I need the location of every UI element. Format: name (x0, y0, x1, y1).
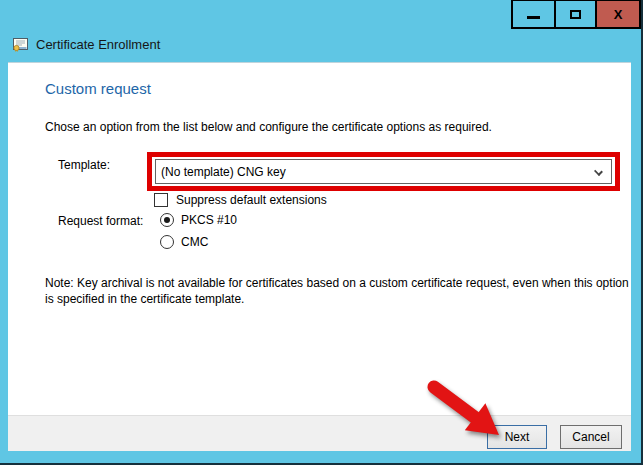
suppress-extensions-label: Suppress default extensions (176, 193, 327, 207)
window-controls: X (511, 0, 641, 29)
titlebar: Certificate Enrollment (12, 36, 160, 53)
maximize-icon (570, 10, 581, 19)
template-dropdown[interactable]: (No template) CNG key (155, 159, 612, 184)
radio-row-cmc: CMC (160, 235, 208, 249)
cmc-radio[interactable] (160, 235, 174, 249)
pkcs10-radio[interactable] (160, 213, 174, 227)
next-button[interactable]: Next (487, 425, 547, 449)
note-text: Note: Key archival is not available for … (45, 275, 629, 307)
certificate-icon (12, 36, 29, 53)
cancel-button[interactable]: Cancel (560, 425, 622, 449)
template-dropdown-value: (No template) CNG key (161, 165, 286, 179)
close-icon: X (614, 7, 623, 22)
cmc-radio-label: CMC (181, 235, 208, 249)
page-title: Custom request (45, 80, 151, 97)
chevron-down-icon (594, 167, 603, 176)
template-label: Template: (58, 158, 110, 172)
close-button[interactable]: X (595, 1, 639, 27)
page-description: Chose an option from the list below and … (45, 120, 492, 134)
minimize-button[interactable] (513, 1, 554, 27)
dialog-footer: Next Cancel (8, 415, 631, 451)
minimize-icon (527, 16, 540, 19)
pkcs10-radio-label: PKCS #10 (181, 213, 237, 227)
suppress-extensions-checkbox[interactable] (154, 193, 168, 207)
radio-row-pkcs10: PKCS #10 (160, 213, 237, 227)
window-title: Certificate Enrollment (36, 37, 160, 52)
suppress-extensions-row: Suppress default extensions (154, 193, 327, 207)
certificate-enrollment-window: X Certificate Enrollment Custom request … (0, 0, 643, 465)
dialog-panel: Custom request Chose an option from the … (8, 62, 631, 451)
request-format-label: Request format: (58, 214, 143, 228)
maximize-button[interactable] (554, 1, 595, 27)
